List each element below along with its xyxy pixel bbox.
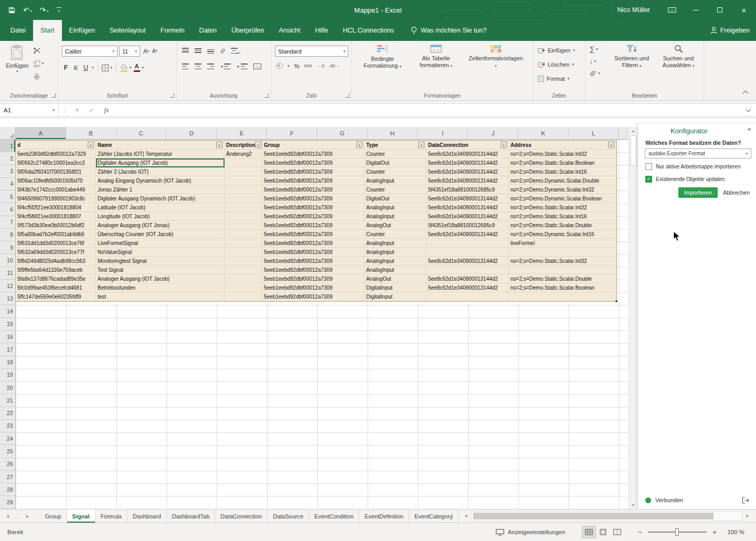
- clear-button[interactable]: ▾: [590, 70, 600, 77]
- format-painter-icon[interactable]: [34, 73, 44, 80]
- table-cell[interactable]: DigitalOut: [365, 158, 427, 167]
- table-cell[interactable]: 5eeb1eebd92dbf00012a7309: [262, 274, 365, 283]
- dropdown-caret-icon[interactable]: ▾: [111, 66, 113, 70]
- table-cell[interactable]: Counter: [365, 185, 427, 194]
- table-cell[interactable]: 5ee8c62d1e340900013144d2: [427, 194, 509, 203]
- ribbon-display-options-icon[interactable]: [661, 0, 684, 20]
- row-header-20[interactable]: 20: [0, 381, 16, 394]
- sheet-tab-dashboard[interactable]: Dashboard: [127, 510, 167, 523]
- import-button[interactable]: Importieren: [678, 187, 718, 198]
- table-cell[interactable]: 5fa8e137d8676cadad89e35e: [16, 274, 96, 283]
- row-header-19[interactable]: 19: [0, 369, 16, 381]
- column-header-A[interactable]: A: [16, 127, 66, 140]
- scroll-left-icon[interactable]: ◄: [464, 514, 468, 518]
- filter-caret-icon[interactable]: ▾: [608, 142, 614, 148]
- orientation-icon[interactable]: ab: [219, 47, 226, 54]
- row-header-17[interactable]: 17: [0, 343, 16, 356]
- number-dialog-launcher-icon[interactable]: [345, 93, 349, 98]
- formula-input[interactable]: [114, 104, 740, 116]
- table-cell[interactable]: [225, 176, 262, 185]
- sheet-options-icon[interactable]: ⋮: [449, 510, 455, 523]
- table-cell[interactable]: [225, 248, 262, 257]
- table-cell[interactable]: 5f4cf5f2f21ee30001818804: [16, 203, 96, 212]
- table-cell[interactable]: 5f4351ef18a88100012685c9: [427, 221, 509, 230]
- row-header-23[interactable]: 23: [0, 420, 16, 432]
- table-cell[interactable]: 5eeb1eebd92dbf00012a7309: [262, 257, 365, 266]
- table-cell[interactable]: 5eeb1eebd92dbf00012a7309: [262, 203, 365, 212]
- zoom-out-icon[interactable]: −: [637, 528, 643, 536]
- sheet-tab-dashboardtab[interactable]: DashboardTab: [167, 510, 216, 523]
- table-cell[interactable]: Änderung2: [225, 150, 262, 158]
- table-cell[interactable]: 5f4cf5f6f21ee30001818807: [16, 212, 96, 221]
- ribbon-tab-datei[interactable]: Datei: [3, 20, 33, 41]
- row-header-7[interactable]: 7: [0, 216, 16, 229]
- name-box[interactable]: A1▾: [0, 104, 59, 116]
- conditional-formatting-button[interactable]: BedingteFormatierung ▾: [356, 45, 409, 69]
- confirm-entry-icon[interactable]: ✓: [84, 107, 99, 114]
- page-break-view-button[interactable]: [611, 526, 624, 538]
- sheet-tab-formula[interactable]: Formula: [95, 510, 127, 523]
- comma-style-button[interactable]: 000: [304, 63, 312, 68]
- ribbon-tab-hcl-connections[interactable]: HCL Connections: [336, 20, 402, 41]
- find-select-button[interactable]: Suchen undAuswählen ▾: [656, 45, 701, 69]
- table-cell[interactable]: ns=2;s=Demo.Static.Scalar.Double: [509, 274, 616, 283]
- paste-button[interactable]: Einfügen ▾: [4, 45, 31, 73]
- dropdown-caret-icon[interactable]: ▾: [30, 9, 32, 13]
- minimize-icon[interactable]: [684, 6, 708, 14]
- table-cell[interactable]: [427, 248, 509, 257]
- increase-indent-icon[interactable]: ►: [237, 63, 248, 69]
- table-cell[interactable]: 5ee8c62d1e340900013144d2: [427, 283, 509, 292]
- expand-formula-bar-icon[interactable]: [740, 109, 756, 111]
- table-cell[interactable]: ns=2;s=Demo.Static.Scalar.Double: [509, 221, 616, 230]
- table-cell[interactable]: AnalogOut: [365, 274, 427, 283]
- normal-view-button[interactable]: [582, 526, 595, 538]
- column-header-C[interactable]: C: [116, 127, 167, 140]
- cut-icon[interactable]: [34, 47, 44, 54]
- cancel-entry-icon[interactable]: ×: [70, 107, 84, 114]
- table-cell[interactable]: 5eeb2369d92dbf00012a7329: [16, 150, 96, 158]
- alignment-dialog-launcher-icon[interactable]: [264, 93, 269, 98]
- scroll-down-icon[interactable]: ▼: [629, 503, 637, 507]
- page-layout-view-button[interactable]: [597, 526, 610, 538]
- table-cell[interactable]: test: [96, 292, 225, 301]
- table-cell[interactable]: ns=2;s=Demo.Static.Scalar.Int32: [509, 150, 616, 158]
- vertical-scrollbar-thumb[interactable]: [630, 135, 636, 166]
- column-header-K[interactable]: K: [518, 127, 569, 140]
- table-cell[interactable]: [225, 203, 262, 212]
- increase-font-size-icon[interactable]: A▴: [143, 48, 149, 55]
- dropdown-caret-icon[interactable]: ▾: [130, 66, 132, 70]
- sheet-tab-datasource[interactable]: DataSource: [268, 510, 309, 523]
- ribbon-tab-einf-gen[interactable]: Einfügen: [62, 20, 102, 41]
- filter-caret-icon[interactable]: ▾: [501, 142, 507, 148]
- save-icon[interactable]: [8, 7, 15, 14]
- collapse-ribbon-icon[interactable]: [742, 90, 748, 96]
- table-cell[interactable]: 5ee8c62d1e340900013144d2: [427, 176, 509, 185]
- table-cell[interactable]: [225, 212, 262, 221]
- select-all-button[interactable]: [0, 127, 16, 140]
- table-cell[interactable]: 5eeb1eebd92dbf00012a7309: [262, 230, 365, 239]
- table-cell[interactable]: [225, 239, 262, 248]
- next-sheet-icon[interactable]: ►: [25, 514, 30, 519]
- checkbox-icon[interactable]: [645, 163, 652, 170]
- vertical-scrollbar[interactable]: ▲ ▼: [629, 127, 637, 509]
- table-cell[interactable]: 5eeb1eebd92dbf00012a7309: [262, 266, 365, 274]
- table-cell[interactable]: 5f4351ef18a88100012685c9: [427, 185, 509, 194]
- table-cell[interactable]: 5f632a69dd3d0200013ce77f: [16, 248, 96, 257]
- cancel-button[interactable]: Abbrechen: [723, 189, 750, 196]
- align-bottom-icon[interactable]: [207, 48, 214, 54]
- table-cell[interactable]: 5f573d3b30ee0b00012b6df2: [16, 221, 96, 230]
- number-format-combo[interactable]: Standard▾: [275, 46, 348, 57]
- zoom-in-icon[interactable]: +: [711, 528, 718, 536]
- table-cell[interactable]: Counter: [365, 167, 427, 176]
- align-middle-icon[interactable]: [195, 48, 201, 54]
- column-header-H[interactable]: H: [368, 127, 418, 140]
- borders-icon[interactable]: [102, 65, 109, 71]
- table-cell[interactable]: 5ee8c62d1e340900013144d2: [427, 167, 509, 176]
- active-workbook-checkbox[interactable]: Nur aktive Arbeitsmappe importieren: [645, 163, 741, 170]
- table-cell[interactable]: 5eeb1eebd92dbf00012a7309: [262, 150, 365, 158]
- row-header-3[interactable]: 3: [0, 165, 16, 178]
- column-header-L[interactable]: L: [569, 127, 619, 140]
- font-dialog-launcher-icon[interactable]: [170, 93, 174, 98]
- row-header-15[interactable]: 15: [0, 318, 16, 331]
- table-cell[interactable]: 5ee8c62d1e340900013144d2: [427, 203, 509, 212]
